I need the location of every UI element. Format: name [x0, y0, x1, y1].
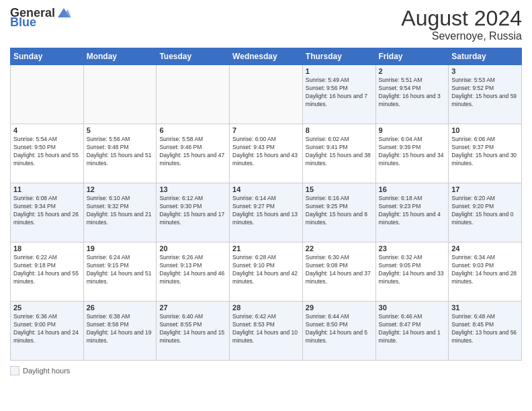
day-info: Sunrise: 6:22 AM Sunset: 9:18 PM Dayligh… [13, 254, 81, 286]
day-info: Sunrise: 6:06 AM Sunset: 9:37 PM Dayligh… [451, 136, 519, 168]
day-number: 6 [159, 126, 226, 134]
day-cell: 4Sunrise: 5:54 AM Sunset: 9:50 PM Daylig… [11, 124, 84, 183]
day-info: Sunrise: 6:32 AM Sunset: 9:05 PM Dayligh… [379, 254, 446, 286]
day-number: 13 [159, 185, 226, 193]
col-header-sunday: Sunday [11, 48, 84, 65]
day-number: 1 [306, 67, 373, 75]
day-number: 21 [232, 244, 300, 253]
day-cell: 8Sunrise: 6:02 AM Sunset: 9:41 PM Daylig… [302, 124, 375, 183]
day-cell: 18Sunrise: 6:22 AM Sunset: 9:18 PM Dayli… [11, 242, 84, 302]
day-number: 22 [306, 244, 373, 253]
day-number: 25 [13, 304, 81, 312]
day-cell [83, 65, 157, 124]
day-cell: 10Sunrise: 6:06 AM Sunset: 9:37 PM Dayli… [449, 124, 522, 183]
day-cell: 6Sunrise: 5:58 AM Sunset: 9:46 PM Daylig… [157, 124, 230, 183]
day-cell: 12Sunrise: 6:10 AM Sunset: 9:32 PM Dayli… [83, 183, 157, 242]
day-info: Sunrise: 5:51 AM Sunset: 9:54 PM Dayligh… [379, 77, 446, 109]
day-info: Sunrise: 6:08 AM Sunset: 9:34 PM Dayligh… [13, 195, 81, 227]
day-info: Sunrise: 6:18 AM Sunset: 9:23 PM Dayligh… [379, 195, 446, 227]
calendar-header-row: SundayMondayTuesdayWednesdayThursdayFrid… [11, 48, 522, 65]
logo: General Blue [10, 7, 71, 28]
day-info: Sunrise: 6:20 AM Sunset: 9:20 PM Dayligh… [451, 195, 519, 227]
day-number: 30 [379, 304, 446, 312]
day-number: 12 [87, 185, 154, 193]
week-row-1: 1Sunrise: 5:49 AM Sunset: 9:56 PM Daylig… [11, 65, 522, 124]
day-cell: 5Sunrise: 5:56 AM Sunset: 9:48 PM Daylig… [83, 124, 157, 183]
day-info: Sunrise: 5:53 AM Sunset: 9:52 PM Dayligh… [451, 77, 519, 109]
month-year: August 2024 [401, 7, 522, 30]
day-cell: 30Sunrise: 6:46 AM Sunset: 8:47 PM Dayli… [375, 302, 449, 361]
page: General Blue August 2024 Severnoye, Russ… [0, 0, 532, 411]
title-block: August 2024 Severnoye, Russia [401, 7, 522, 42]
day-cell: 21Sunrise: 6:28 AM Sunset: 9:10 PM Dayli… [230, 242, 303, 302]
day-cell: 23Sunrise: 6:32 AM Sunset: 9:05 PM Dayli… [375, 242, 449, 302]
day-info: Sunrise: 6:30 AM Sunset: 9:08 PM Dayligh… [306, 254, 373, 286]
day-cell: 13Sunrise: 6:12 AM Sunset: 9:30 PM Dayli… [157, 183, 230, 242]
footer-daylight-label: Daylight hours [23, 367, 70, 375]
day-info: Sunrise: 6:00 AM Sunset: 9:43 PM Dayligh… [232, 136, 300, 168]
day-number: 29 [306, 304, 373, 312]
day-info: Sunrise: 6:04 AM Sunset: 9:39 PM Dayligh… [379, 136, 446, 168]
day-cell: 14Sunrise: 6:14 AM Sunset: 9:27 PM Dayli… [230, 183, 303, 242]
day-number: 23 [379, 244, 446, 253]
col-header-monday: Monday [83, 48, 157, 65]
day-number: 15 [306, 185, 373, 193]
logo-icon [56, 7, 71, 19]
day-number: 7 [232, 126, 300, 134]
col-header-thursday: Thursday [302, 48, 375, 65]
day-info: Sunrise: 6:40 AM Sunset: 8:55 PM Dayligh… [159, 313, 226, 345]
day-info: Sunrise: 6:46 AM Sunset: 8:47 PM Dayligh… [379, 313, 446, 345]
footer-daylight: Daylight hours [10, 366, 70, 375]
day-info: Sunrise: 5:58 AM Sunset: 9:46 PM Dayligh… [159, 136, 226, 168]
day-cell: 2Sunrise: 5:51 AM Sunset: 9:54 PM Daylig… [375, 65, 449, 124]
day-cell: 15Sunrise: 6:16 AM Sunset: 9:25 PM Dayli… [302, 183, 375, 242]
day-cell: 7Sunrise: 6:00 AM Sunset: 9:43 PM Daylig… [230, 124, 303, 183]
day-number: 5 [87, 126, 154, 134]
day-number: 11 [13, 185, 81, 193]
day-info: Sunrise: 6:48 AM Sunset: 8:45 PM Dayligh… [451, 313, 519, 345]
day-cell: 9Sunrise: 6:04 AM Sunset: 9:39 PM Daylig… [375, 124, 449, 183]
day-cell: 28Sunrise: 6:42 AM Sunset: 8:53 PM Dayli… [230, 302, 303, 361]
header: General Blue August 2024 Severnoye, Russ… [10, 7, 522, 42]
day-info: Sunrise: 6:12 AM Sunset: 9:30 PM Dayligh… [159, 195, 226, 227]
day-cell: 11Sunrise: 6:08 AM Sunset: 9:34 PM Dayli… [11, 183, 84, 242]
day-info: Sunrise: 6:36 AM Sunset: 9:00 PM Dayligh… [13, 313, 81, 345]
day-number: 31 [451, 304, 519, 312]
day-info: Sunrise: 5:49 AM Sunset: 9:56 PM Dayligh… [306, 77, 373, 109]
day-cell: 22Sunrise: 6:30 AM Sunset: 9:08 PM Dayli… [302, 242, 375, 302]
logo-blue: Blue [10, 16, 36, 28]
day-info: Sunrise: 6:02 AM Sunset: 9:41 PM Dayligh… [306, 136, 373, 168]
location: Severnoye, Russia [401, 30, 522, 42]
week-row-3: 11Sunrise: 6:08 AM Sunset: 9:34 PM Dayli… [11, 183, 522, 242]
day-info: Sunrise: 6:44 AM Sunset: 8:50 PM Dayligh… [306, 313, 373, 345]
week-row-2: 4Sunrise: 5:54 AM Sunset: 9:50 PM Daylig… [11, 124, 522, 183]
day-number: 2 [379, 67, 446, 75]
col-header-wednesday: Wednesday [230, 48, 303, 65]
day-number: 14 [232, 185, 300, 193]
day-number: 8 [306, 126, 373, 134]
day-number: 19 [87, 244, 154, 253]
day-cell: 1Sunrise: 5:49 AM Sunset: 9:56 PM Daylig… [302, 65, 375, 124]
day-cell: 19Sunrise: 6:24 AM Sunset: 9:15 PM Dayli… [83, 242, 157, 302]
day-cell: 29Sunrise: 6:44 AM Sunset: 8:50 PM Dayli… [302, 302, 375, 361]
day-info: Sunrise: 6:38 AM Sunset: 8:58 PM Dayligh… [87, 313, 154, 345]
day-number: 20 [159, 244, 226, 253]
day-cell [230, 65, 303, 124]
day-number: 28 [232, 304, 300, 312]
day-number: 10 [451, 126, 519, 134]
week-row-4: 18Sunrise: 6:22 AM Sunset: 9:18 PM Dayli… [11, 242, 522, 302]
day-info: Sunrise: 5:54 AM Sunset: 9:50 PM Dayligh… [13, 136, 81, 168]
day-number: 26 [87, 304, 154, 312]
col-header-friday: Friday [375, 48, 449, 65]
footer: Daylight hours [10, 366, 522, 375]
calendar-table: SundayMondayTuesdayWednesdayThursdayFrid… [10, 48, 522, 361]
day-cell [11, 65, 84, 124]
day-cell: 25Sunrise: 6:36 AM Sunset: 9:00 PM Dayli… [11, 302, 84, 361]
day-cell: 26Sunrise: 6:38 AM Sunset: 8:58 PM Dayli… [83, 302, 157, 361]
day-info: Sunrise: 6:42 AM Sunset: 8:53 PM Dayligh… [232, 313, 300, 345]
day-number: 3 [451, 67, 519, 75]
day-info: Sunrise: 6:16 AM Sunset: 9:25 PM Dayligh… [306, 195, 373, 227]
day-cell [157, 65, 230, 124]
day-number: 27 [159, 304, 226, 312]
day-cell: 16Sunrise: 6:18 AM Sunset: 9:23 PM Dayli… [375, 183, 449, 242]
